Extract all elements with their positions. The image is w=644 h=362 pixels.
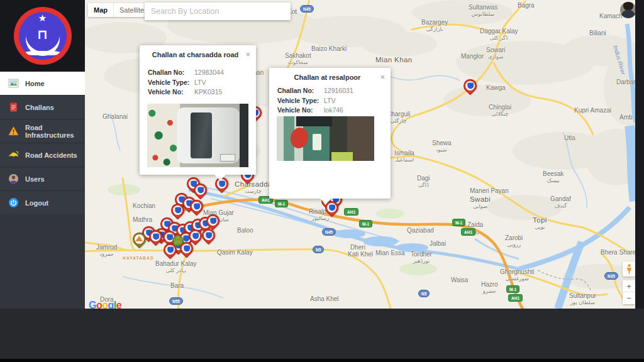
road-shield: M-1	[452, 219, 465, 226]
map-label: Baloo	[237, 227, 253, 234]
map-label: Sakhakotسخاکوٹ	[285, 52, 311, 65]
map-label: Qaziabad	[407, 227, 434, 234]
vehicle-photo	[147, 104, 248, 167]
map-type-map-button[interactable]: Map	[88, 3, 114, 17]
road-shield: N5	[313, 246, 324, 253]
map-type-control: Map Satellite	[88, 3, 150, 17]
challan-popup-charsadda: Challan at charsadda road × Challan No:1…	[140, 45, 256, 175]
zoom-control: + −	[623, 280, 635, 304]
field-value: KPK0315	[194, 87, 222, 97]
app-window: ★ ⊓ Home Challans Road Infrastructures	[0, 0, 644, 362]
search-input[interactable]	[145, 3, 291, 20]
map-label: Dheri	[350, 244, 365, 251]
field-label: Vehicle Type:	[277, 96, 324, 106]
power-icon	[8, 197, 19, 208]
sidebar-filler	[0, 214, 85, 309]
image-icon	[8, 78, 19, 89]
road-shield: N45	[322, 228, 336, 236]
map-label: Bara	[170, 282, 184, 289]
popup-fields: Challan No:12916031 Vehicle Type:LTV Veh…	[269, 86, 391, 116]
field-label: Vehicle Type:	[148, 78, 194, 88]
sidebar-item-label: Road Accidents	[25, 151, 77, 159]
map-label: Jamrudجمرود	[96, 244, 117, 257]
map-label: Ismailaاسماعیلہ	[394, 150, 414, 163]
police-logo: ★ ⊓	[14, 7, 72, 65]
sidebar-item-challans[interactable]: Challans	[0, 96, 85, 119]
sidebar: ★ ⊓ Home Challans Road Infrastructures	[0, 0, 85, 309]
zoom-out-button[interactable]: −	[623, 292, 635, 304]
map-label: Amb	[619, 114, 633, 121]
map-label: Zarobiزروبی	[505, 234, 523, 248]
map-label: Mian Essa	[375, 250, 405, 256]
close-icon[interactable]: ×	[380, 73, 385, 81]
sidebar-item-users[interactable]: Users	[0, 167, 85, 191]
map-label: Sowariصواری	[486, 47, 506, 60]
road-shield: M-1	[506, 285, 519, 293]
map-label: Mathra	[133, 216, 152, 223]
field-value: 12983044	[194, 68, 224, 78]
pegman-icon	[626, 264, 633, 275]
sidebar-item-home[interactable]: Home	[0, 72, 85, 96]
map-label: Jalbai	[430, 240, 446, 247]
field-label: Challan No:	[148, 68, 194, 78]
field-value: LTV	[194, 78, 206, 88]
map-label: Swabiصوابی	[470, 196, 491, 209]
sidebar-item-logout[interactable]: Logout	[0, 191, 85, 215]
map-label: HAYATABAD	[123, 255, 154, 261]
map-label: Shewaسیوہ	[432, 140, 452, 153]
accident-marker[interactable]	[172, 235, 184, 246]
banner-icon	[25, 51, 61, 55]
map-label: Topiتوپی	[533, 217, 547, 230]
zoom-in-button[interactable]: +	[623, 280, 635, 292]
vehicle-photo	[277, 116, 374, 161]
map-label: Kawga	[486, 84, 506, 91]
user-avatar[interactable]	[620, 2, 636, 18]
map-label: Manglor	[461, 53, 484, 60]
map-label: Sultanwasسلطانوس	[469, 4, 497, 17]
close-icon[interactable]: ×	[245, 50, 250, 58]
road-shield: M-1	[275, 200, 288, 207]
map-label: Sultanpurسلطان پور	[569, 292, 596, 305]
logo-area: ★ ⊓	[0, 0, 85, 72]
sidebar-item-label: Challans	[25, 104, 54, 111]
warning-triangle-icon	[8, 126, 19, 136]
gate-icon: ⊓	[37, 27, 48, 42]
sidebar-item-road-accidents[interactable]: Road Accidents	[0, 143, 85, 167]
map-label: Mian Khan	[375, 57, 413, 63]
map-label: Chinglaiچنگلائی	[489, 104, 511, 117]
road-shield: AH1	[461, 228, 475, 236]
sidebar-item-label: Users	[25, 175, 45, 183]
map-label: Charsaddaچارسدہ	[235, 181, 272, 194]
map-label: Kamach	[599, 13, 623, 19]
field-label: Vehicle No:	[148, 87, 194, 97]
challan-popup-resalpoor: Challan at resalpoor × Challan No:129160…	[269, 68, 391, 199]
map-label: Ghorghushtiشورغشتی	[500, 268, 534, 282]
popup-pointer	[214, 174, 226, 180]
road-shield: N35	[604, 272, 618, 280]
sidebar-menu: Home Challans Road Infrastructures Road …	[0, 72, 85, 215]
street-view-pegman[interactable]	[623, 261, 635, 277]
map-label: Biliani	[589, 30, 606, 36]
field-value: lok746	[324, 106, 343, 116]
map-label: Baizo Kharki	[311, 45, 347, 52]
field-value: 12916031	[324, 86, 353, 96]
sidebar-item-road-infrastructures[interactable]: Road Infrastructures	[0, 119, 85, 143]
map-label: Kochian	[133, 202, 155, 209]
road-shield: N5	[418, 290, 430, 297]
map-label: Daggar Kalayڈگر کلی	[480, 28, 518, 41]
clipboard-icon	[8, 102, 19, 112]
bottom-letterbox	[0, 309, 644, 362]
map-label: Beesakبیسک	[543, 170, 564, 184]
popup-fields: Challan No:12983044 Vehicle Type:LTV Veh…	[140, 68, 256, 97]
road-shield: AH1	[508, 294, 523, 302]
map-canvas[interactable]: HadKotSultanwasسلطانوسBagraKamachBazarge…	[85, 0, 644, 309]
map-label: Kupri Amazai	[574, 107, 611, 114]
map-label: Bagra	[518, 2, 535, 9]
field-label: Vehicle No:	[277, 106, 324, 116]
road-shield: AH1	[344, 208, 358, 216]
map-label: Qasim Kalay	[217, 249, 253, 256]
map-label: Dagiڈاگی	[417, 175, 430, 188]
sidebar-item-label: Home	[25, 80, 45, 87]
popup-title: Challan at charsadda road	[140, 45, 256, 58]
user-avatar-icon	[8, 173, 19, 184]
